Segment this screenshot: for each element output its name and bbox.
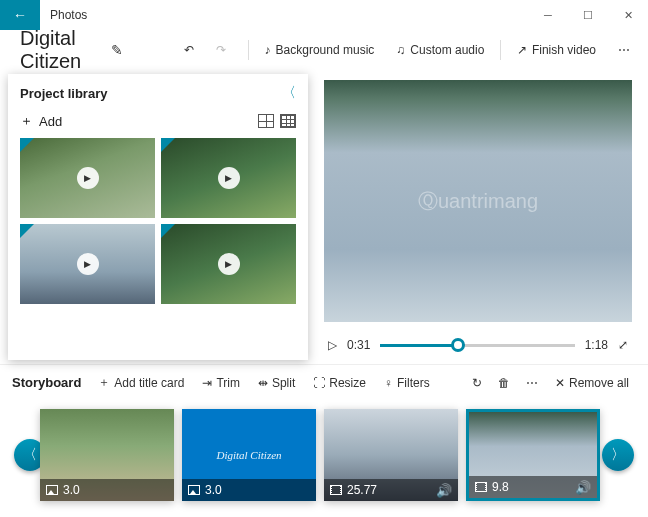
storyboard-clip-selected[interactable]: 9.8🔊 bbox=[466, 409, 600, 501]
watermark: Ⓠuantrimang bbox=[418, 188, 538, 215]
dense-grid-view-icon[interactable] bbox=[280, 114, 296, 128]
music-icon: ♪ bbox=[265, 43, 271, 57]
remove-all-button[interactable]: ✕Remove all bbox=[548, 372, 636, 394]
redo-button: ↷ bbox=[208, 39, 234, 61]
project-library-panel: Project library 〈 ＋Add ▶ ▶ ▶ ▶ bbox=[8, 74, 308, 360]
current-time: 0:31 bbox=[347, 338, 370, 352]
fullscreen-button[interactable]: ⤢ bbox=[618, 338, 628, 352]
library-item[interactable]: ▶ bbox=[20, 138, 155, 218]
trim-icon: ⇥ bbox=[202, 376, 212, 390]
title-card-text: Digital Citizen bbox=[216, 449, 281, 461]
edit-name-icon[interactable]: ✎ bbox=[107, 38, 127, 62]
filters-button[interactable]: ♀Filters bbox=[377, 372, 437, 394]
plus-icon: ＋ bbox=[20, 112, 33, 130]
trim-button[interactable]: ⇥Trim bbox=[195, 372, 247, 394]
image-icon bbox=[188, 485, 200, 495]
used-marker-icon bbox=[20, 138, 34, 152]
library-item[interactable]: ▶ bbox=[161, 138, 296, 218]
maximize-button[interactable]: ☐ bbox=[568, 0, 608, 30]
clip-duration: 9.8 bbox=[492, 480, 509, 494]
rotate-button[interactable]: ↻ bbox=[466, 372, 488, 394]
storyboard-clip[interactable]: Digital Citizen 3.0 bbox=[182, 409, 316, 501]
more-button[interactable]: ⋯ bbox=[610, 39, 638, 61]
library-item[interactable]: ▶ bbox=[161, 224, 296, 304]
window-title: Photos bbox=[40, 8, 87, 22]
volume-icon: 🔊 bbox=[436, 483, 452, 498]
add-title-card-button[interactable]: ＋Add title card bbox=[91, 370, 191, 395]
finish-video-button[interactable]: ↗Finish video bbox=[509, 39, 604, 61]
project-name: Digital Citizen bbox=[10, 27, 101, 73]
play-icon: ▶ bbox=[218, 167, 240, 189]
clip-more-button[interactable]: ⋯ bbox=[520, 372, 544, 394]
add-media-button[interactable]: ＋Add bbox=[20, 112, 62, 130]
library-item[interactable]: ▶ bbox=[20, 224, 155, 304]
image-icon bbox=[46, 485, 58, 495]
clip-duration: 3.0 bbox=[63, 483, 80, 497]
background-music-button[interactable]: ♪Background music bbox=[257, 39, 383, 61]
custom-audio-button[interactable]: ♫Custom audio bbox=[388, 39, 492, 61]
audio-icon: ♫ bbox=[396, 43, 405, 57]
library-title: Project library bbox=[20, 86, 107, 101]
play-button[interactable]: ▷ bbox=[328, 338, 337, 352]
share-icon: ↗ bbox=[517, 43, 527, 57]
storyboard-title: Storyboard bbox=[12, 375, 81, 390]
minimize-button[interactable]: ─ bbox=[528, 0, 568, 30]
undo-button[interactable]: ↶ bbox=[176, 39, 202, 61]
divider bbox=[248, 40, 249, 60]
video-preview[interactable]: Ⓠuantrimang bbox=[324, 80, 632, 322]
used-marker-icon bbox=[161, 138, 175, 152]
scroll-right-button[interactable]: 〉 bbox=[602, 439, 634, 471]
play-icon: ▶ bbox=[77, 253, 99, 275]
used-marker-icon bbox=[161, 224, 175, 238]
clip-duration: 25.77 bbox=[347, 483, 377, 497]
plus-icon: ＋ bbox=[98, 374, 110, 391]
video-icon bbox=[330, 485, 342, 495]
filters-icon: ♀ bbox=[384, 376, 393, 390]
resize-button[interactable]: ⛶Resize bbox=[306, 372, 373, 394]
play-icon: ▶ bbox=[77, 167, 99, 189]
total-time: 1:18 bbox=[585, 338, 608, 352]
delete-button[interactable]: 🗑 bbox=[492, 372, 516, 394]
volume-icon: 🔊 bbox=[575, 480, 591, 495]
seek-slider[interactable] bbox=[380, 344, 574, 347]
video-icon bbox=[475, 482, 487, 492]
resize-icon: ⛶ bbox=[313, 376, 325, 390]
divider bbox=[500, 40, 501, 60]
grid-view-icon[interactable] bbox=[258, 114, 274, 128]
collapse-library-icon[interactable]: 〈 bbox=[282, 84, 296, 102]
close-icon: ✕ bbox=[555, 376, 565, 390]
storyboard-clip[interactable]: 3.0 bbox=[40, 409, 174, 501]
storyboard-clip[interactable]: 25.77🔊 bbox=[324, 409, 458, 501]
close-button[interactable]: ✕ bbox=[608, 0, 648, 30]
clip-duration: 3.0 bbox=[205, 483, 222, 497]
split-button[interactable]: ⇹Split bbox=[251, 372, 302, 394]
play-icon: ▶ bbox=[218, 253, 240, 275]
back-button[interactable]: ← bbox=[0, 0, 40, 30]
used-marker-icon bbox=[20, 224, 34, 238]
split-icon: ⇹ bbox=[258, 376, 268, 390]
